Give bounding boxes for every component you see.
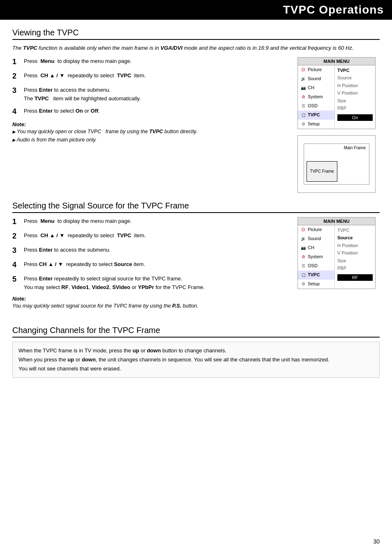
tvpc-frame-box: TVPC Frame bbox=[307, 161, 337, 182]
section-changing-channels: Changing Channels for the TVPC Frame Whe… bbox=[12, 326, 380, 378]
channel-body: When the TVPC frame is in TV mode, press… bbox=[12, 342, 380, 378]
setup-icon: ⚙ bbox=[300, 121, 307, 127]
section1-note: Note: You may quickly open or close TVPC… bbox=[12, 121, 289, 144]
osd-icon-2: ☰ bbox=[300, 263, 307, 269]
menu-selected-value-2: RF bbox=[337, 274, 373, 281]
section1-intro: The TVPC function is available only when… bbox=[12, 44, 380, 52]
system-icon: ⚙ bbox=[300, 94, 307, 100]
menu-box-1: MAIN MENU ☹ Picture 🔊 Sound bbox=[297, 57, 376, 129]
tvpc-icon: ▢ bbox=[300, 112, 307, 118]
section-signal-source: Selecting the Signal Source for the TVPC… bbox=[12, 201, 380, 313]
page-title: TVPC Operations bbox=[0, 0, 392, 20]
setup-icon-2: ⚙ bbox=[300, 281, 307, 287]
sound-icon: 🔊 bbox=[300, 76, 307, 82]
step-1-2: 2 Press CH ▲ / ▼ repeatedly to select TV… bbox=[12, 72, 289, 82]
section1-title: Viewing the TVPC bbox=[12, 28, 380, 40]
step-2-5: 5 Press Enter repeatedly to select signa… bbox=[12, 275, 289, 292]
main-frame-label: Main Frame bbox=[344, 146, 366, 150]
tvpc-icon-2: ▢ bbox=[300, 272, 307, 278]
ch-icon: 📷 bbox=[300, 85, 307, 91]
osd-icon: ☰ bbox=[300, 103, 307, 109]
step-2-2: 2 Press CH ▲ / ▼ repeatedly to select TV… bbox=[12, 231, 289, 242]
section3-title: Changing Channels for the TVPC Frame bbox=[12, 326, 380, 338]
step-1-4: 4 Press Enter to select On or Off. bbox=[12, 107, 289, 117]
section2-note: Note: You may quickly select signal sour… bbox=[12, 296, 289, 310]
system-icon-2: ⚙ bbox=[300, 254, 307, 260]
section1-steps: 1 Press Menu to display the menu main pa… bbox=[12, 57, 289, 147]
section-viewing-tvpc: Viewing the TVPC The TVPC function is av… bbox=[12, 28, 380, 193]
step-2-3: 3 Press Enter to access the submenu. bbox=[12, 246, 289, 256]
section1-diagrams: MAIN MENU ☹ Picture 🔊 Sound bbox=[297, 57, 380, 193]
section2-steps: 1 Press Menu to display the menu main pa… bbox=[12, 217, 289, 313]
menu-box-2: MAIN MENU ☹ Picture 🔊 Sound bbox=[297, 217, 376, 289]
ch-icon-2: 📷 bbox=[300, 245, 307, 251]
frame-diagram: Main Frame TVPC Frame bbox=[297, 135, 376, 193]
step-2-1: 1 Press Menu to display the menu main pa… bbox=[12, 217, 289, 227]
section2-diagrams: MAIN MENU ☹ Picture 🔊 Sound bbox=[297, 217, 380, 289]
step-2-4: 4 Press CH ▲ / ▼ repeatedly to select So… bbox=[12, 260, 289, 271]
step-1-3: 3 Press Enter to access the submenu. The… bbox=[12, 86, 289, 103]
menu-selected-value-1: On bbox=[337, 114, 373, 121]
step-1-1: 1 Press Menu to display the menu main pa… bbox=[12, 57, 289, 67]
sound-icon-2: 🔊 bbox=[300, 236, 307, 242]
main-frame-box: Main Frame TVPC Frame bbox=[304, 143, 369, 185]
picture-icon-2: ☹ bbox=[300, 227, 307, 233]
section2-title: Selecting the Signal Source for the TVPC… bbox=[12, 201, 380, 213]
page-number: 30 bbox=[373, 538, 380, 545]
picture-icon: ☹ bbox=[300, 67, 307, 73]
